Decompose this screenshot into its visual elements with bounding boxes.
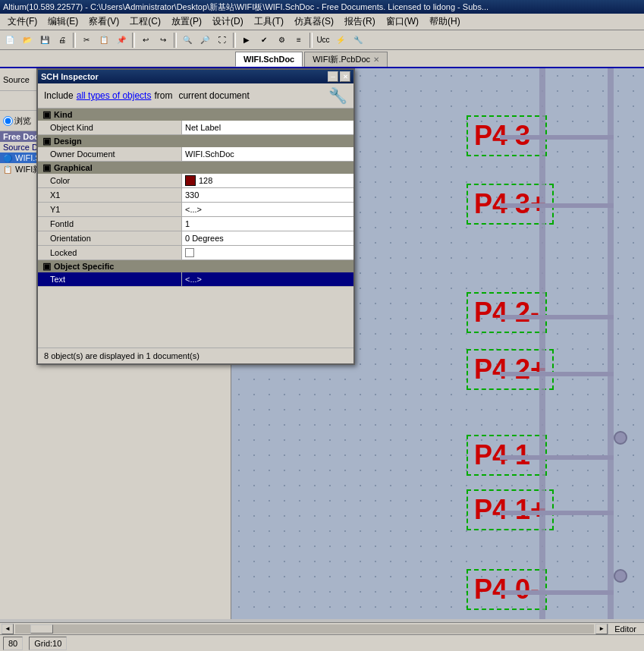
line-h-7 (500, 590, 545, 595)
tb-b4[interactable]: ⚡ (332, 32, 349, 49)
tb-compile[interactable]: ▶ (238, 32, 255, 49)
prop-val-object-kind[interactable]: Net Label (182, 121, 353, 134)
prop-val-y1[interactable]: <...> (182, 203, 353, 216)
menu-view[interactable]: 察看(V) (84, 14, 124, 30)
status-grid: Grid:10 (29, 637, 67, 650)
section-header-kind: ▣ Kind (38, 108, 353, 121)
prop-key-locked: Locked (38, 246, 182, 259)
tab-wifi-pcb-label: WIFI新.PcbDoc (313, 54, 370, 65)
tab-wifi-sch[interactable]: WIFI.SchDoc (235, 52, 303, 67)
inspector-close-btn[interactable]: ✕ (340, 71, 350, 82)
prop-val-x1[interactable]: 330 (182, 188, 353, 202)
net-label-p42m[interactable]: P4 2- (467, 292, 547, 333)
line-h-4 (500, 372, 545, 376)
conn-h-4 (545, 372, 614, 376)
tb-zoom-out[interactable]: 🔎 (196, 32, 213, 49)
prop-key-object-kind: Object Kind (38, 121, 182, 134)
doc-wifin-icon: 📋 (3, 165, 12, 174)
prop-val-text[interactable]: <...> (182, 272, 353, 286)
prop-val-color[interactable]: 128 (182, 174, 353, 187)
obj-specific-label: Object Specific (54, 262, 114, 271)
tb-save[interactable]: 💾 (36, 32, 53, 49)
prop-key-x1: X1 (38, 188, 182, 202)
tb-open[interactable]: 📂 (19, 32, 36, 49)
prop-row-text[interactable]: Text <...> (38, 272, 353, 287)
tab-wifi-pcb-close[interactable]: ✕ (373, 55, 379, 64)
tb-b5[interactable]: 🔧 (350, 32, 366, 49)
tb-paste[interactable]: 📌 (113, 32, 130, 49)
connector-right-bar (608, 68, 614, 619)
node-1 (614, 431, 627, 445)
scroll-thumb[interactable] (30, 624, 53, 634)
tb-redo[interactable]: ↪ (155, 32, 171, 49)
inspector-title-controls: ─ ✕ (328, 71, 350, 82)
design-label: Design (54, 137, 82, 146)
browse-radio[interactable]: 浏览 (3, 115, 31, 127)
line-h-3 (500, 315, 545, 319)
inspector-icon: 🔧 (328, 86, 347, 105)
scroll-right-btn[interactable]: ► (595, 624, 608, 634)
prop-val-owner-doc[interactable]: WIFI.SchDoc (182, 147, 353, 161)
tb-b2[interactable]: ≡ (291, 32, 307, 49)
scrollbar-h[interactable]: ◄ ► Editor (0, 622, 644, 634)
inspector-header: Include all types of objects from curren… (38, 83, 353, 108)
menu-project[interactable]: 工程(C) (125, 14, 165, 30)
tb-new[interactable]: 📄 (2, 32, 18, 49)
tb-sep3 (174, 33, 177, 48)
tb-b3[interactable]: Ucc (315, 32, 331, 49)
tab-wifi-pcb[interactable]: WIFI新.PcbDoc ✕ (304, 52, 388, 67)
prop-val-fontid[interactable]: 1 (182, 217, 353, 231)
conn-h-6 (545, 511, 614, 515)
prop-row-fontid: FontId 1 (38, 217, 353, 231)
menu-edit[interactable]: 编辑(E) (43, 14, 83, 30)
tb-copy[interactable]: 📋 (96, 32, 112, 49)
graphical-label: Graphical (54, 163, 93, 172)
color-value: 128 (199, 176, 212, 185)
prop-key-y1: Y1 (38, 203, 182, 216)
net-label-p40m[interactable]: P4 0- (467, 569, 547, 610)
prop-val-locked[interactable] (182, 246, 353, 259)
browse-radio-input[interactable] (3, 116, 13, 126)
tb-cut[interactable]: ✂ (78, 32, 95, 49)
prop-val-orientation[interactable]: 0 Degrees (182, 231, 353, 245)
prop-key-text: Text (38, 272, 182, 286)
prop-key-fontid: FontId (38, 217, 182, 231)
tb-fit[interactable]: ⛶ (214, 32, 231, 49)
line-h-5 (500, 455, 545, 460)
source-label: Source (3, 75, 33, 84)
menu-report[interactable]: 报告(R) (340, 14, 380, 30)
prop-row-orientation: Orientation 0 Degrees (38, 231, 353, 246)
line-h-6 (500, 511, 545, 515)
tb-b1[interactable]: ⚙ (273, 32, 290, 49)
locked-checkbox[interactable] (185, 248, 194, 257)
prop-key-owner-doc: Owner Document (38, 147, 182, 161)
kind-collapse[interactable]: ▣ (42, 109, 51, 120)
tb-validate[interactable]: ✔ (256, 32, 272, 49)
tb-undo[interactable]: ↩ (137, 32, 154, 49)
menu-tools[interactable]: 工具(T) (250, 14, 288, 30)
inspector-pin-btn[interactable]: ─ (328, 71, 338, 82)
graphical-collapse[interactable]: ▣ (42, 162, 51, 173)
menu-file[interactable]: 文件(F) (3, 14, 42, 30)
editor-tab-btn[interactable]: Editor (608, 624, 642, 634)
menu-bar: 文件(F) 编辑(E) 察看(V) 工程(C) 放置(P) 设计(D) 工具(T… (0, 14, 644, 30)
toolbar: 📄 📂 💾 🖨 ✂ 📋 📌 ↩ ↪ 🔍 🔎 ⛶ ▶ ✔ ⚙ ≡ Ucc ⚡ 🔧 (0, 30, 644, 50)
status-coord: 80 (3, 637, 23, 650)
line-h-2 (500, 203, 545, 208)
menu-sim[interactable]: 仿真器(S) (290, 14, 338, 30)
scroll-left-btn[interactable]: ◄ (2, 624, 14, 634)
menu-design[interactable]: 设计(D) (208, 14, 248, 30)
tab-wifi-sch-label: WIFI.SchDoc (243, 55, 294, 64)
tab-bar: WIFI.SchDoc WIFI新.PcbDoc ✕ (0, 50, 644, 68)
obj-specific-collapse[interactable]: ▣ (42, 261, 51, 272)
inspector-title: SCH Inspector (41, 72, 99, 81)
tb-print[interactable]: 🖨 (54, 32, 71, 49)
menu-place[interactable]: 放置(P) (167, 14, 206, 30)
design-collapse[interactable]: ▣ (42, 136, 51, 146)
tb-zoom-in[interactable]: 🔍 (179, 32, 196, 49)
menu-window[interactable]: 窗口(W) (382, 14, 423, 30)
prop-row-object-kind: Object Kind Net Label (38, 121, 353, 135)
scroll-track[interactable] (15, 624, 594, 634)
inspector-include-link[interactable]: all types of objects (77, 90, 152, 101)
menu-help[interactable]: 帮助(H) (425, 14, 465, 30)
